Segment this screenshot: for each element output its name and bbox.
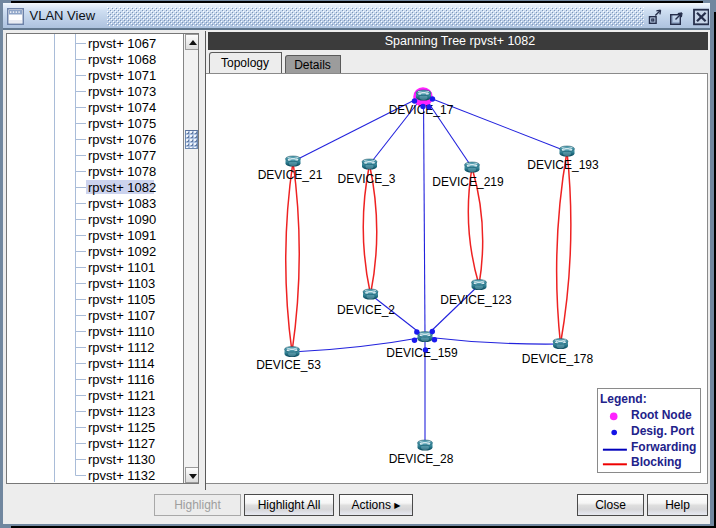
svg-text:rpvst+ 1123: rpvst+ 1123 — [88, 403, 155, 418]
svg-text:rpvst+ 1078: rpvst+ 1078 — [88, 163, 156, 178]
svg-text:rpvst+ 1075: rpvst+ 1075 — [88, 115, 156, 130]
svg-text:rpvst+ 1114: rpvst+ 1114 — [88, 355, 154, 370]
svg-text:rpvst+ 1091: rpvst+ 1091 — [88, 227, 156, 242]
svg-text:rpvst+ 1073: rpvst+ 1073 — [88, 83, 156, 98]
svg-text:DEVICE_3: DEVICE_3 — [337, 172, 395, 186]
svg-text:rpvst+ 1116: rpvst+ 1116 — [88, 371, 154, 386]
svg-text:DEVICE_219: DEVICE_219 — [432, 175, 504, 189]
svg-text:DEVICE_123: DEVICE_123 — [440, 293, 512, 307]
svg-text:Legend:: Legend: — [600, 392, 647, 406]
svg-text:rpvst+ 1110: rpvst+ 1110 — [88, 323, 154, 338]
svg-text:DEVICE_159: DEVICE_159 — [386, 346, 458, 360]
svg-text:rpvst+ 1112: rpvst+ 1112 — [88, 339, 154, 354]
svg-text:rpvst+ 1130: rpvst+ 1130 — [88, 451, 155, 466]
svg-text:DEVICE_178: DEVICE_178 — [522, 352, 594, 366]
svg-text:Desig. Port: Desig. Port — [631, 424, 694, 438]
svg-text:Root Node: Root Node — [631, 408, 692, 422]
svg-text:rpvst+ 1121: rpvst+ 1121 — [88, 387, 155, 402]
svg-text:rpvst+ 1103: rpvst+ 1103 — [88, 275, 155, 290]
svg-text:rpvst+ 1076: rpvst+ 1076 — [88, 131, 156, 146]
svg-text:rpvst+ 1125: rpvst+ 1125 — [88, 419, 155, 434]
svg-text:rpvst+ 1132: rpvst+ 1132 — [88, 467, 155, 482]
svg-text:rpvst+ 1083: rpvst+ 1083 — [88, 195, 156, 210]
svg-text:rpvst+ 1127: rpvst+ 1127 — [88, 435, 155, 450]
svg-text:rpvst+ 1082: rpvst+ 1082 — [88, 179, 156, 194]
svg-text:DEVICE_53: DEVICE_53 — [256, 358, 321, 372]
svg-text:Blocking: Blocking — [631, 455, 682, 469]
svg-text:rpvst+ 1092: rpvst+ 1092 — [88, 243, 156, 258]
svg-text:rpvst+ 1074: rpvst+ 1074 — [88, 99, 156, 114]
svg-text:rpvst+ 1105: rpvst+ 1105 — [88, 291, 155, 306]
svg-text:Forwarding: Forwarding — [631, 440, 696, 454]
svg-text:rpvst+ 1067: rpvst+ 1067 — [88, 35, 156, 50]
svg-text:rpvst+ 1071: rpvst+ 1071 — [88, 67, 156, 82]
svg-text:DEVICE_193: DEVICE_193 — [527, 158, 599, 172]
svg-text:rpvst+ 1107: rpvst+ 1107 — [88, 307, 155, 322]
svg-text:rpvst+ 1077: rpvst+ 1077 — [88, 147, 156, 162]
svg-text:rpvst+ 1101: rpvst+ 1101 — [88, 259, 155, 274]
svg-text:rpvst+ 1090: rpvst+ 1090 — [88, 211, 156, 226]
svg-text:DEVICE_21: DEVICE_21 — [258, 168, 323, 182]
svg-text:DEVICE_28: DEVICE_28 — [389, 452, 454, 466]
svg-text:rpvst+ 1068: rpvst+ 1068 — [88, 51, 156, 66]
svg-text:DEVICE_2: DEVICE_2 — [337, 303, 395, 317]
